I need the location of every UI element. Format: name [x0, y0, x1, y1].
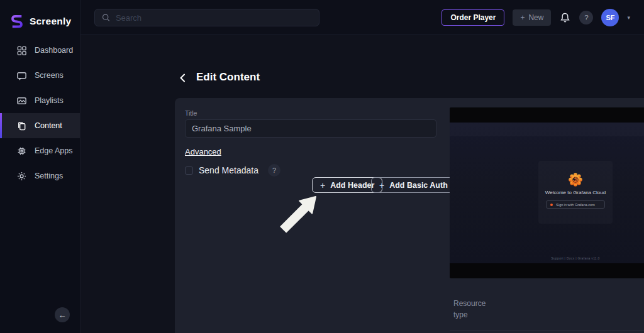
sidebar-item-dashboard[interactable]: Dashboard — [0, 38, 80, 63]
plus-icon: + — [520, 13, 525, 22]
edit-content-card: Title Advanced Send Metadata ? + Add Hea… — [175, 98, 644, 333]
order-player-button[interactable]: Order Player — [441, 9, 504, 26]
preview-screen: Welcome to Grafana Cloud Sign in with Gr… — [450, 123, 644, 263]
topbar: Order Player + New ? SF ▾ — [80, 0, 644, 35]
sidebar-nav: Dashboard Screens Playlists — [0, 38, 80, 188]
back-arrow-icon: ← — [58, 310, 67, 320]
send-metadata-checkbox[interactable] — [185, 166, 193, 175]
screenly-logo-icon — [9, 13, 25, 30]
chevron-left-icon — [177, 72, 189, 84]
metadata-help-button[interactable]: ? — [268, 164, 280, 177]
sidebar-item-label: Playlists — [35, 96, 64, 105]
search-input[interactable] — [116, 13, 313, 23]
resource-type-row: Resource type Web — [450, 287, 644, 331]
help-icon: ? — [584, 14, 588, 21]
grafana-logo-icon — [567, 172, 584, 188]
playlists-icon — [16, 96, 27, 106]
help-button[interactable]: ? — [579, 11, 593, 25]
sidebar-item-label: Edge Apps — [35, 146, 72, 155]
edge-apps-icon — [16, 146, 27, 156]
annotation-arrow-icon — [275, 188, 328, 238]
search-box[interactable] — [94, 9, 319, 26]
sidebar-item-playlists[interactable]: Playlists — [0, 88, 80, 113]
add-basic-auth-button[interactable]: + Add Basic Auth — [371, 177, 456, 193]
sidebar-item-label: Screens — [35, 71, 64, 80]
add-header-label: Add Header — [330, 181, 374, 190]
new-button[interactable]: + New — [513, 9, 551, 26]
avatar[interactable]: SF — [601, 9, 619, 26]
sidebar-item-content[interactable]: Content — [0, 113, 80, 138]
new-button-label: New — [528, 13, 543, 22]
title-field-label: Title — [185, 109, 197, 117]
sidebar-item-label: Dashboard — [35, 46, 73, 55]
dashboard-icon — [16, 45, 27, 56]
back-button[interactable] — [177, 72, 189, 84]
plus-icon: + — [379, 180, 384, 190]
sidebar-collapse-button[interactable]: ← — [55, 307, 70, 322]
content-icon — [16, 121, 27, 131]
signin-label: Sign in with Grafana.com — [556, 203, 594, 207]
screens-icon — [16, 70, 27, 81]
topbar-actions: Order Player + New ? SF ▾ — [441, 9, 630, 26]
question-icon: ? — [272, 166, 276, 174]
preview-welcome-text: Welcome to Grafana Cloud — [450, 190, 644, 195]
main-content: Edit Content Title Advanced Send Metadat… — [80, 35, 644, 333]
chevron-down-icon[interactable]: ▾ — [627, 14, 630, 21]
page-title: Edit Content — [196, 71, 260, 84]
add-basic-auth-label: Add Basic Auth — [389, 181, 448, 190]
content-preview: Welcome to Grafana Cloud Sign in with Gr… — [450, 107, 644, 278]
settings-icon — [16, 171, 27, 182]
send-metadata-row: Send Metadata ? — [185, 164, 280, 177]
send-metadata-label: Send Metadata — [199, 165, 258, 175]
search-icon — [101, 13, 111, 23]
preview-navbar — [450, 123, 644, 136]
sidebar-item-screens[interactable]: Screens — [0, 63, 80, 88]
sidebar-item-settings[interactable]: Settings — [0, 163, 80, 188]
avatar-initials: SF — [606, 14, 614, 21]
brand-name: Screenly — [30, 16, 71, 27]
app-root: Screenly Dashboard Screens — [0, 0, 644, 333]
brand-logo[interactable]: Screenly — [0, 0, 80, 33]
grafana-dot-icon — [550, 204, 553, 206]
sidebar-item-label: Content — [35, 121, 62, 130]
advanced-link[interactable]: Advanced — [185, 147, 221, 156]
preview-footer-text: Support | Docs | Grafana v11.0 — [450, 256, 644, 260]
sidebar: Screenly Dashboard Screens — [0, 0, 80, 333]
notifications-bell-icon[interactable] — [559, 12, 571, 24]
preview-signin-button: Sign in with Grafana.com — [546, 200, 605, 209]
sidebar-item-edge-apps[interactable]: Edge Apps — [0, 138, 80, 163]
details-panel: Resource type Web URL https://salmanscre… — [450, 287, 644, 333]
resource-type-label: Resource type — [453, 298, 492, 320]
sidebar-item-label: Settings — [35, 172, 63, 180]
title-input[interactable] — [185, 119, 436, 138]
